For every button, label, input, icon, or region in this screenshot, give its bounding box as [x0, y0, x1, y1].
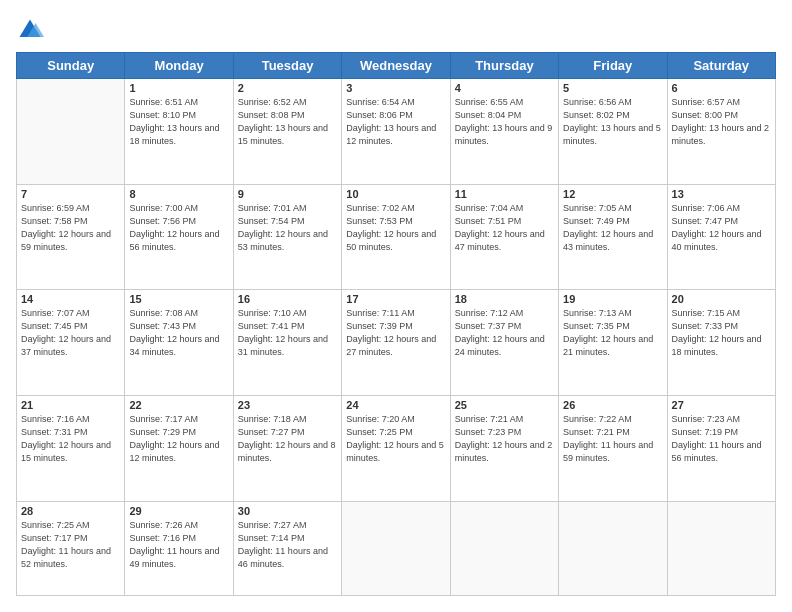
day-info: Sunrise: 7:01 AMSunset: 7:54 PMDaylight:… — [238, 202, 337, 254]
calendar-header-row: SundayMondayTuesdayWednesdayThursdayFrid… — [17, 53, 776, 79]
day-info: Sunrise: 7:02 AMSunset: 7:53 PMDaylight:… — [346, 202, 445, 254]
calendar-cell: 10 Sunrise: 7:02 AMSunset: 7:53 PMDaylig… — [342, 184, 450, 290]
day-info: Sunrise: 7:13 AMSunset: 7:35 PMDaylight:… — [563, 307, 662, 359]
calendar-cell: 21 Sunrise: 7:16 AMSunset: 7:31 PMDaylig… — [17, 395, 125, 501]
day-info: Sunrise: 7:05 AMSunset: 7:49 PMDaylight:… — [563, 202, 662, 254]
day-info: Sunrise: 7:06 AMSunset: 7:47 PMDaylight:… — [672, 202, 771, 254]
day-info: Sunrise: 7:26 AMSunset: 7:16 PMDaylight:… — [129, 519, 228, 571]
day-number: 9 — [238, 188, 337, 200]
day-number: 30 — [238, 505, 337, 517]
calendar-header-sunday: Sunday — [17, 53, 125, 79]
calendar-cell — [342, 501, 450, 595]
calendar-header-thursday: Thursday — [450, 53, 558, 79]
calendar-cell: 12 Sunrise: 7:05 AMSunset: 7:49 PMDaylig… — [559, 184, 667, 290]
logo-icon — [16, 16, 44, 44]
calendar-cell: 30 Sunrise: 7:27 AMSunset: 7:14 PMDaylig… — [233, 501, 341, 595]
calendar-cell: 29 Sunrise: 7:26 AMSunset: 7:16 PMDaylig… — [125, 501, 233, 595]
day-info: Sunrise: 7:08 AMSunset: 7:43 PMDaylight:… — [129, 307, 228, 359]
calendar-cell: 16 Sunrise: 7:10 AMSunset: 7:41 PMDaylig… — [233, 290, 341, 396]
calendar-cell: 15 Sunrise: 7:08 AMSunset: 7:43 PMDaylig… — [125, 290, 233, 396]
day-info: Sunrise: 7:10 AMSunset: 7:41 PMDaylight:… — [238, 307, 337, 359]
day-number: 4 — [455, 82, 554, 94]
day-info: Sunrise: 6:52 AMSunset: 8:08 PMDaylight:… — [238, 96, 337, 148]
header — [16, 16, 776, 44]
calendar-week-3: 21 Sunrise: 7:16 AMSunset: 7:31 PMDaylig… — [17, 395, 776, 501]
calendar-cell: 8 Sunrise: 7:00 AMSunset: 7:56 PMDayligh… — [125, 184, 233, 290]
calendar-cell — [667, 501, 775, 595]
day-info: Sunrise: 7:17 AMSunset: 7:29 PMDaylight:… — [129, 413, 228, 465]
calendar-header-friday: Friday — [559, 53, 667, 79]
day-number: 29 — [129, 505, 228, 517]
calendar-cell — [559, 501, 667, 595]
calendar-week-0: 1 Sunrise: 6:51 AMSunset: 8:10 PMDayligh… — [17, 79, 776, 185]
day-info: Sunrise: 7:07 AMSunset: 7:45 PMDaylight:… — [21, 307, 120, 359]
day-info: Sunrise: 7:00 AMSunset: 7:56 PMDaylight:… — [129, 202, 228, 254]
calendar-cell: 1 Sunrise: 6:51 AMSunset: 8:10 PMDayligh… — [125, 79, 233, 185]
calendar-cell: 9 Sunrise: 7:01 AMSunset: 7:54 PMDayligh… — [233, 184, 341, 290]
day-number: 6 — [672, 82, 771, 94]
day-number: 3 — [346, 82, 445, 94]
calendar-cell: 20 Sunrise: 7:15 AMSunset: 7:33 PMDaylig… — [667, 290, 775, 396]
calendar-cell: 23 Sunrise: 7:18 AMSunset: 7:27 PMDaylig… — [233, 395, 341, 501]
day-info: Sunrise: 7:21 AMSunset: 7:23 PMDaylight:… — [455, 413, 554, 465]
day-number: 24 — [346, 399, 445, 411]
day-info: Sunrise: 7:20 AMSunset: 7:25 PMDaylight:… — [346, 413, 445, 465]
calendar-cell: 24 Sunrise: 7:20 AMSunset: 7:25 PMDaylig… — [342, 395, 450, 501]
day-number: 25 — [455, 399, 554, 411]
day-number: 13 — [672, 188, 771, 200]
calendar-cell: 13 Sunrise: 7:06 AMSunset: 7:47 PMDaylig… — [667, 184, 775, 290]
day-info: Sunrise: 7:12 AMSunset: 7:37 PMDaylight:… — [455, 307, 554, 359]
calendar-cell: 2 Sunrise: 6:52 AMSunset: 8:08 PMDayligh… — [233, 79, 341, 185]
page: SundayMondayTuesdayWednesdayThursdayFrid… — [0, 0, 792, 612]
day-info: Sunrise: 7:15 AMSunset: 7:33 PMDaylight:… — [672, 307, 771, 359]
calendar-cell: 3 Sunrise: 6:54 AMSunset: 8:06 PMDayligh… — [342, 79, 450, 185]
day-info: Sunrise: 6:51 AMSunset: 8:10 PMDaylight:… — [129, 96, 228, 148]
calendar-cell: 26 Sunrise: 7:22 AMSunset: 7:21 PMDaylig… — [559, 395, 667, 501]
calendar-cell — [450, 501, 558, 595]
calendar-week-1: 7 Sunrise: 6:59 AMSunset: 7:58 PMDayligh… — [17, 184, 776, 290]
day-number: 5 — [563, 82, 662, 94]
calendar-header-monday: Monday — [125, 53, 233, 79]
day-number: 16 — [238, 293, 337, 305]
day-info: Sunrise: 7:27 AMSunset: 7:14 PMDaylight:… — [238, 519, 337, 571]
calendar-table: SundayMondayTuesdayWednesdayThursdayFrid… — [16, 52, 776, 596]
calendar-header-tuesday: Tuesday — [233, 53, 341, 79]
day-number: 10 — [346, 188, 445, 200]
day-number: 26 — [563, 399, 662, 411]
day-number: 14 — [21, 293, 120, 305]
calendar-cell: 18 Sunrise: 7:12 AMSunset: 7:37 PMDaylig… — [450, 290, 558, 396]
calendar-cell: 22 Sunrise: 7:17 AMSunset: 7:29 PMDaylig… — [125, 395, 233, 501]
day-info: Sunrise: 6:54 AMSunset: 8:06 PMDaylight:… — [346, 96, 445, 148]
calendar-week-2: 14 Sunrise: 7:07 AMSunset: 7:45 PMDaylig… — [17, 290, 776, 396]
day-number: 28 — [21, 505, 120, 517]
day-number: 21 — [21, 399, 120, 411]
day-info: Sunrise: 6:57 AMSunset: 8:00 PMDaylight:… — [672, 96, 771, 148]
day-number: 12 — [563, 188, 662, 200]
day-number: 2 — [238, 82, 337, 94]
day-number: 15 — [129, 293, 228, 305]
day-number: 22 — [129, 399, 228, 411]
calendar-cell: 5 Sunrise: 6:56 AMSunset: 8:02 PMDayligh… — [559, 79, 667, 185]
day-info: Sunrise: 7:11 AMSunset: 7:39 PMDaylight:… — [346, 307, 445, 359]
calendar-cell: 7 Sunrise: 6:59 AMSunset: 7:58 PMDayligh… — [17, 184, 125, 290]
calendar-cell: 4 Sunrise: 6:55 AMSunset: 8:04 PMDayligh… — [450, 79, 558, 185]
calendar-header-saturday: Saturday — [667, 53, 775, 79]
day-info: Sunrise: 7:16 AMSunset: 7:31 PMDaylight:… — [21, 413, 120, 465]
day-info: Sunrise: 7:22 AMSunset: 7:21 PMDaylight:… — [563, 413, 662, 465]
calendar-header-wednesday: Wednesday — [342, 53, 450, 79]
calendar-cell: 6 Sunrise: 6:57 AMSunset: 8:00 PMDayligh… — [667, 79, 775, 185]
calendar-cell: 19 Sunrise: 7:13 AMSunset: 7:35 PMDaylig… — [559, 290, 667, 396]
day-number: 27 — [672, 399, 771, 411]
day-info: Sunrise: 7:23 AMSunset: 7:19 PMDaylight:… — [672, 413, 771, 465]
day-info: Sunrise: 6:55 AMSunset: 8:04 PMDaylight:… — [455, 96, 554, 148]
calendar-cell: 28 Sunrise: 7:25 AMSunset: 7:17 PMDaylig… — [17, 501, 125, 595]
calendar-cell: 17 Sunrise: 7:11 AMSunset: 7:39 PMDaylig… — [342, 290, 450, 396]
day-number: 23 — [238, 399, 337, 411]
calendar-cell: 14 Sunrise: 7:07 AMSunset: 7:45 PMDaylig… — [17, 290, 125, 396]
day-number: 19 — [563, 293, 662, 305]
calendar-week-4: 28 Sunrise: 7:25 AMSunset: 7:17 PMDaylig… — [17, 501, 776, 595]
day-info: Sunrise: 7:04 AMSunset: 7:51 PMDaylight:… — [455, 202, 554, 254]
day-info: Sunrise: 7:25 AMSunset: 7:17 PMDaylight:… — [21, 519, 120, 571]
day-number: 7 — [21, 188, 120, 200]
calendar-cell — [17, 79, 125, 185]
